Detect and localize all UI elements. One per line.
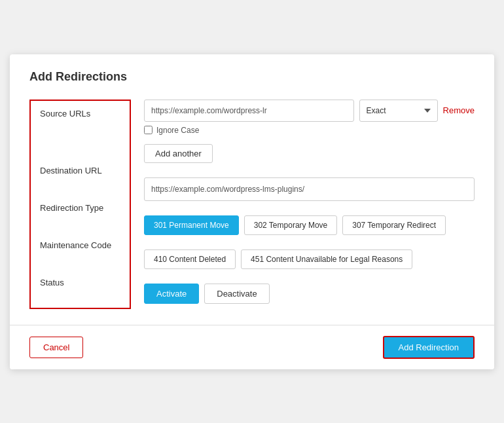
left-label-column: Source URLs Destination URL Redirection … xyxy=(29,100,131,309)
modal-body: Add Redirections Source URLs Destination… xyxy=(10,54,494,325)
status-label: Status xyxy=(40,270,120,301)
maintenance-451-button[interactable]: 451 Content Unavailable for Legal Reason… xyxy=(241,249,412,269)
deactivate-button[interactable]: Deactivate xyxy=(204,284,269,304)
activate-button[interactable]: Activate xyxy=(144,284,199,304)
ignore-case-row: Ignore Case xyxy=(144,126,475,135)
redirection-type-label: Redirection Type xyxy=(40,195,120,232)
ignore-case-checkbox[interactable] xyxy=(144,126,153,134)
destination-url-label: Destination URL xyxy=(40,158,120,195)
redirect-307-button[interactable]: 307 Temporary Redirect xyxy=(342,215,446,235)
maintenance-code-section: 410 Content Deleted 451 Content Unavaila… xyxy=(144,249,475,269)
add-redirection-button[interactable]: Add Redirection xyxy=(383,336,475,359)
source-urls-section: Exact Contains Starts With Ends With Reg… xyxy=(144,100,475,163)
source-url-input[interactable] xyxy=(144,100,354,122)
source-urls-label: Source URLs xyxy=(40,101,120,158)
add-redirections-modal: Add Redirections Source URLs Destination… xyxy=(10,54,494,369)
maintenance-410-button[interactable]: 410 Content Deleted xyxy=(144,249,236,269)
remove-link[interactable]: Remove xyxy=(443,105,475,115)
cancel-button[interactable]: Cancel xyxy=(29,337,83,358)
add-another-button[interactable]: Add another xyxy=(144,144,213,163)
maintenance-code-label: Maintenance Code xyxy=(40,232,120,270)
redirection-type-buttons: 301 Permanent Move 302 Temporary Move 30… xyxy=(144,215,475,235)
destination-url-input[interactable] xyxy=(144,177,475,201)
match-type-select[interactable]: Exact Contains Starts With Ends With Reg… xyxy=(359,100,438,122)
status-buttons: Activate Deactivate xyxy=(144,284,475,304)
destination-url-section xyxy=(144,177,475,201)
maintenance-code-buttons: 410 Content Deleted 451 Content Unavaila… xyxy=(144,249,475,269)
status-section: Activate Deactivate xyxy=(144,284,475,304)
modal-title: Add Redirections xyxy=(29,70,475,84)
source-url-row: Exact Contains Starts With Ends With Reg… xyxy=(144,100,475,122)
redirect-301-button[interactable]: 301 Permanent Move xyxy=(144,215,239,235)
modal-footer: Cancel Add Redirection xyxy=(10,325,494,369)
redirection-type-section: 301 Permanent Move 302 Temporary Move 30… xyxy=(144,215,475,235)
redirect-302-button[interactable]: 302 Temporary Move xyxy=(244,215,338,235)
ignore-case-label: Ignore Case xyxy=(156,126,199,135)
